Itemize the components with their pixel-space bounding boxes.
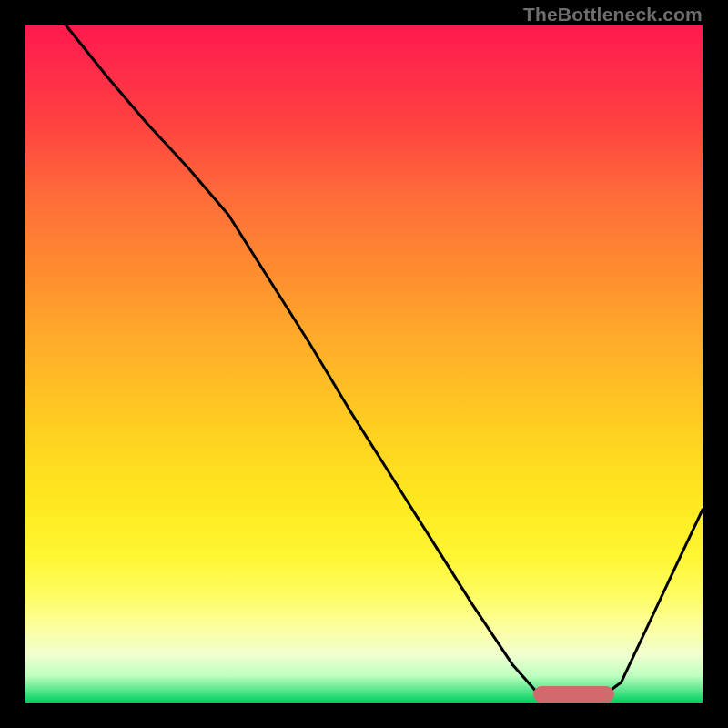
chart-container: TheBottleneck.com	[0, 0, 728, 728]
optimal-range-marker	[533, 686, 614, 703]
watermark-text: TheBottleneck.com	[523, 4, 703, 25]
bottleneck-curve	[25, 25, 703, 703]
